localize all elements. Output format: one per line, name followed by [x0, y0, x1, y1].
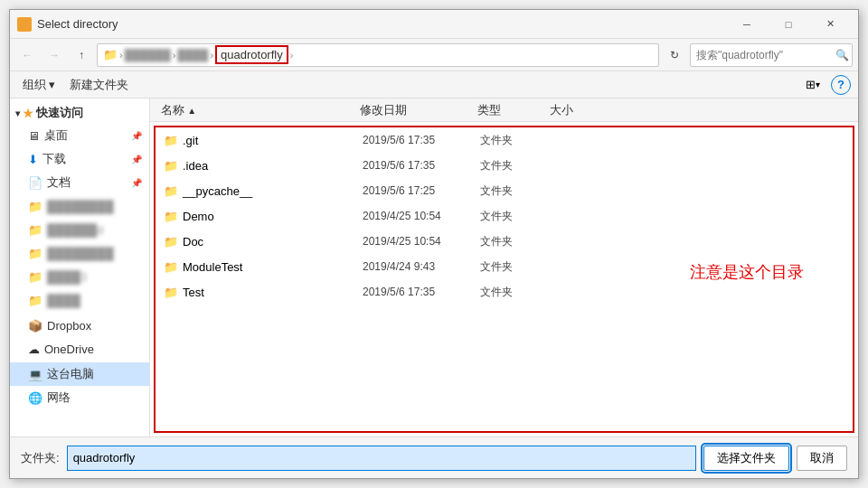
file-date: 2019/5/6 17:35 [363, 159, 480, 172]
file-type: 文件夹 [480, 158, 552, 174]
onedrive-icon: ☁ [28, 343, 40, 356]
sidebar-item-blurred1[interactable]: 📁 ████████ [10, 194, 149, 218]
sidebar-item-blurred2[interactable]: 📁 ██████d [10, 218, 149, 241]
close-button[interactable]: ✕ [809, 10, 851, 39]
sidebar-item-label: 桌面 [44, 127, 68, 144]
sidebar-item-label: Dropbox [47, 319, 91, 333]
sidebar-item-blurred4[interactable]: 📁 ████3 [10, 265, 149, 288]
table-row[interactable]: 📁 Test 2019/5/6 17:35 文件夹 [156, 279, 853, 305]
pin-icon: 📌 [131, 178, 142, 188]
col-header-date[interactable]: 修改日期 [356, 102, 474, 118]
title-bar: Select directory ─ □ ✕ [10, 10, 858, 39]
sidebar-item-label: 下载 [42, 151, 66, 167]
breadcrumb-part1: ██████ [125, 49, 171, 61]
blurred4-icon: 📁 [28, 270, 42, 284]
file-list: 📁 .git 2019/5/6 17:35 文件夹 📁 .idea 2019/5… [156, 127, 853, 305]
folder-icon: 📁 [164, 260, 178, 274]
blurred2-icon: 📁 [28, 223, 42, 237]
documents-icon: 📄 [28, 176, 42, 190]
table-row[interactable]: 📁 Doc 2019/4/25 10:54 文件夹 [156, 229, 853, 254]
view-icon: ⊞ [806, 78, 816, 91]
table-row[interactable]: 📁 ModuleTest 2019/4/24 9:43 文件夹 [156, 254, 853, 279]
sidebar-item-label: ████ [47, 294, 80, 307]
computer-section: 💻 这台电脑 🌐 网络 [10, 362, 149, 409]
cancel-button[interactable]: 取消 [797, 446, 847, 471]
minimize-button[interactable]: ─ [726, 10, 768, 39]
folder-icon: 📁 [164, 286, 178, 299]
file-type: 文件夹 [480, 285, 552, 300]
file-type: 文件夹 [480, 133, 552, 148]
sidebar-item-label: ████████ [47, 247, 114, 260]
table-row[interactable]: 📁 Demo 2019/4/25 10:54 文件夹 [156, 203, 853, 229]
search-input[interactable] [696, 49, 832, 61]
sidebar-item-label: ████████ [47, 200, 114, 213]
col-header-size[interactable]: 大小 [546, 102, 618, 118]
breadcrumb-sep1: › [119, 50, 123, 61]
file-name-text: Doc [183, 235, 203, 249]
blurred3-icon: 📁 [28, 247, 42, 260]
sidebar-item-blurred5[interactable]: 📁 ████ [10, 288, 149, 312]
col-header-name[interactable]: 名称 ▲ [157, 102, 356, 118]
quick-access-arrow: ▾ [15, 108, 20, 118]
sidebar: ▾ ★ 快速访问 🖥 桌面 📌 ⬇ 下载 📌 📄 文档 📌 [10, 99, 150, 436]
cloud-section: 📦 Dropbox ☁ OneDrive [10, 314, 149, 361]
dialog-icon [17, 17, 32, 32]
select-folder-button[interactable]: 选择文件夹 [703, 446, 789, 471]
sidebar-item-onedrive[interactable]: ☁ OneDrive [10, 337, 149, 361]
quick-access-star: ★ [23, 107, 33, 120]
blurred1-icon: 📁 [28, 200, 42, 213]
folder-input[interactable] [67, 446, 696, 471]
new-folder-label: 新建文件夹 [70, 77, 128, 93]
back-button[interactable]: ← [15, 43, 39, 67]
quick-access-section: ▾ ★ 快速访问 🖥 桌面 📌 ⬇ 下载 📌 📄 文档 📌 [10, 102, 149, 312]
col-header-type[interactable]: 类型 [474, 102, 546, 118]
organize-button[interactable]: 组织 ▾ [17, 74, 61, 96]
help-button[interactable]: ? [831, 75, 851, 95]
refresh-button[interactable]: ↻ [663, 43, 686, 67]
file-name-text: Test [183, 286, 204, 299]
sidebar-item-label: 网络 [47, 389, 71, 406]
file-type: 文件夹 [480, 259, 552, 275]
table-row[interactable]: 📁 .idea 2019/5/6 17:35 文件夹 [156, 153, 853, 178]
sidebar-item-label: 文档 [47, 174, 71, 191]
quick-access-header[interactable]: ▾ ★ 快速访问 [10, 102, 149, 124]
file-name-text: .git [183, 134, 198, 147]
new-folder-button[interactable]: 新建文件夹 [64, 74, 134, 96]
main-content: ▾ ★ 快速访问 🖥 桌面 📌 ⬇ 下载 📌 📄 文档 📌 [10, 99, 858, 436]
table-row[interactable]: 📁 .git 2019/5/6 17:35 文件夹 [156, 127, 853, 153]
file-date: 2019/4/25 10:54 [363, 235, 480, 248]
breadcrumb-bar[interactable]: 📁 › ██████ › ████ › quadrotorfly › [97, 43, 659, 67]
network-icon: 🌐 [28, 391, 42, 405]
sidebar-item-downloads[interactable]: ⬇ 下载 📌 [10, 147, 149, 171]
folder-icon: 📁 [164, 159, 178, 173]
sidebar-item-documents[interactable]: 📄 文档 📌 [10, 171, 149, 194]
file-date: 2019/5/6 17:35 [363, 286, 480, 298]
desktop-icon: 🖥 [28, 129, 40, 143]
sidebar-item-thispc[interactable]: 💻 这台电脑 [10, 362, 149, 386]
file-area: 名称 ▲ 修改日期 类型 大小 📁 .git [150, 99, 858, 436]
sidebar-item-dropbox[interactable]: 📦 Dropbox [10, 314, 149, 337]
file-type: 文件夹 [480, 183, 552, 199]
breadcrumb-current[interactable]: quadrotorfly [215, 45, 288, 64]
file-date: 2019/4/25 10:54 [363, 210, 480, 222]
breadcrumb-part2: ████ [177, 49, 208, 61]
file-type: 文件夹 [480, 234, 552, 249]
table-row[interactable]: 📁 __pycache__ 2019/5/6 17:25 文件夹 [156, 178, 853, 203]
pin-icon: 📌 [131, 131, 142, 141]
view-options-button[interactable]: ⊞▾ [800, 74, 826, 96]
folder-label: 文件夹: [21, 450, 60, 466]
up-button[interactable]: ↑ [70, 43, 93, 67]
quick-access-label: 快速访问 [36, 105, 83, 121]
forward-button[interactable]: → [42, 43, 66, 67]
toolbar: 组织 ▾ 新建文件夹 ⊞▾ ? [10, 71, 858, 99]
sidebar-item-network[interactable]: 🌐 网络 [10, 386, 149, 409]
sidebar-item-desktop[interactable]: 🖥 桌面 📌 [10, 124, 149, 147]
maximize-button[interactable]: □ [768, 10, 809, 39]
organize-arrow: ▾ [49, 78, 55, 91]
dialog-title: Select directory [37, 17, 726, 31]
sidebar-item-blurred3[interactable]: 📁 ████████ [10, 241, 149, 265]
file-name-text: ModuleTest [183, 260, 242, 274]
dropbox-icon: 📦 [28, 319, 42, 333]
sidebar-item-label: ██████d [47, 223, 104, 237]
folder-icon: 📁 [164, 235, 178, 249]
